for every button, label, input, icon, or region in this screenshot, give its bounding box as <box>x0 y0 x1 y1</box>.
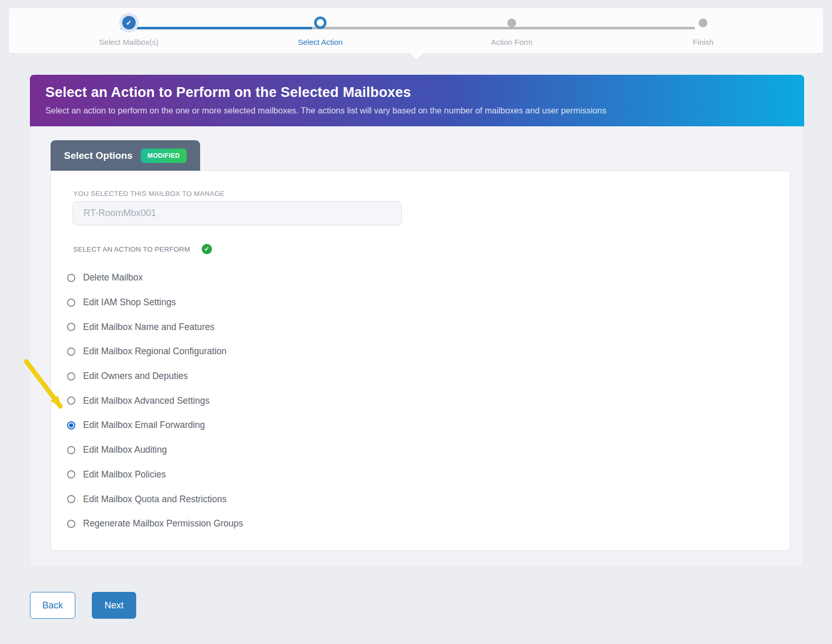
option-label: Regenerate Mailbox Permission Groups <box>83 518 243 529</box>
radio-button[interactable] <box>67 372 75 381</box>
mailbox-field-label: YOU SELECTED THIS MAILBOX TO MANAGE <box>73 190 225 197</box>
action-option-row[interactable]: Edit Mailbox Name and Features <box>51 315 790 339</box>
action-option-row[interactable]: Edit Mailbox Email Forwarding <box>51 413 790 438</box>
selected-mailbox-input <box>73 201 402 225</box>
radio-button[interactable] <box>67 421 75 430</box>
next-button[interactable]: Next <box>92 592 136 619</box>
option-label: Delete Mailbox <box>83 272 143 283</box>
action-option-row[interactable]: Regenerate Mailbox Permission Groups <box>51 511 790 536</box>
wizard-page: ✓ Select Mailbox(s) Select Action Action… <box>0 0 832 644</box>
radio-button[interactable] <box>67 446 75 454</box>
valid-check-icon: ✓ <box>202 244 212 254</box>
radio-button[interactable] <box>67 470 75 478</box>
stepper-step[interactable]: Select Action <box>224 8 416 53</box>
action-options-list: Delete Mailbox Edit IAM Shop Settings Ed… <box>51 266 790 536</box>
stepper-step[interactable]: Action Form <box>416 8 608 53</box>
action-option-row[interactable]: Edit Owners and Deputies <box>51 364 790 389</box>
option-label: Edit Mailbox Email Forwarding <box>83 420 205 431</box>
action-field-label: SELECT AN ACTION TO PERFORM <box>73 245 190 253</box>
select-options-panel: YOU SELECTED THIS MAILBOX TO MANAGE SELE… <box>51 171 790 551</box>
step-label: Select Mailbox(s) <box>33 38 224 46</box>
action-option-row[interactable]: Edit Mailbox Auditing <box>51 438 790 463</box>
option-label: Edit Mailbox Policies <box>83 469 166 480</box>
radio-button[interactable] <box>67 323 75 331</box>
action-option-row[interactable]: Edit Mailbox Regional Configuration <box>51 339 790 364</box>
option-label: Edit Mailbox Regional Configuration <box>83 346 226 357</box>
action-label-row: SELECT AN ACTION TO PERFORM ✓ <box>73 243 212 255</box>
step-dot <box>314 16 327 29</box>
radio-button[interactable] <box>67 274 75 282</box>
option-label: Edit IAM Shop Settings <box>83 297 176 308</box>
radio-button[interactable] <box>67 299 75 307</box>
option-label: Edit Mailbox Auditing <box>83 444 167 455</box>
stepper-step[interactable]: ✓ Select Mailbox(s) <box>33 8 224 53</box>
option-label: Edit Mailbox Name and Features <box>83 322 215 333</box>
stepper-steps: ✓ Select Mailbox(s) Select Action Action… <box>9 8 823 53</box>
action-option-row[interactable]: Edit IAM Shop Settings <box>51 290 790 315</box>
step-label: Finish <box>608 38 799 46</box>
option-label: Edit Mailbox Advanced Settings <box>83 395 209 406</box>
radio-button[interactable] <box>67 520 75 528</box>
tab-label: Select Options <box>64 150 133 161</box>
step-banner: Select an Action to Perform on the Selec… <box>30 75 804 126</box>
modified-badge: MODIFIED <box>141 148 187 163</box>
action-option-row[interactable]: Edit Mailbox Policies <box>51 463 790 487</box>
wizard-body-card: Select an Action to Perform on the Selec… <box>30 75 803 567</box>
radio-button[interactable] <box>67 397 75 405</box>
check-icon: ✓ <box>126 19 132 26</box>
option-label: Edit Owners and Deputies <box>83 371 188 382</box>
page-title: Select an Action to Perform on the Selec… <box>45 85 789 101</box>
back-button[interactable]: Back <box>30 592 75 619</box>
action-option-row[interactable]: Edit Mailbox Advanced Settings <box>51 388 790 413</box>
wizard-stepper: ✓ Select Mailbox(s) Select Action Action… <box>8 7 824 54</box>
radio-button[interactable] <box>67 348 75 356</box>
action-option-row[interactable]: Edit Mailbox Quota and Restrictions <box>51 487 790 511</box>
stepper-step[interactable]: Finish <box>608 8 799 53</box>
tab-select-options[interactable]: Select Options MODIFIED <box>51 140 200 171</box>
step-label: Select Action <box>224 38 416 46</box>
action-option-row[interactable]: Delete Mailbox <box>51 266 790 290</box>
step-dot: ✓ <box>122 16 136 29</box>
radio-button[interactable] <box>67 495 75 503</box>
page-subtitle: Select an action to perform on the one o… <box>45 106 789 115</box>
step-dot <box>699 19 708 27</box>
step-dot <box>508 19 516 27</box>
step-label: Action Form <box>416 38 608 46</box>
option-label: Edit Mailbox Quota and Restrictions <box>83 494 226 505</box>
